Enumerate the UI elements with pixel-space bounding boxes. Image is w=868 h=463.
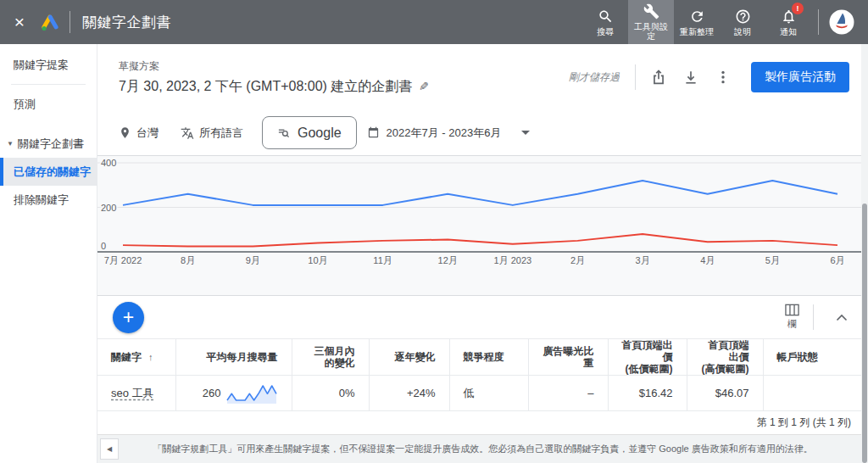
column-header-competition[interactable]: 競爭程度 bbox=[449, 339, 528, 376]
top-bid-high-cell: $46.07 bbox=[687, 376, 763, 411]
close-icon[interactable]: × bbox=[0, 0, 39, 44]
notifications-button-label: 通知 bbox=[780, 27, 797, 36]
refresh-button[interactable]: 重新整理 bbox=[674, 0, 720, 44]
table-row: seo 工具 260 0% +24% 低 – $16.42 $46.07 bbox=[97, 376, 861, 411]
tools-settings-label: 工具與設定 bbox=[634, 22, 668, 41]
column-header-ad-impression-share[interactable]: 廣告曝光比重 bbox=[528, 339, 608, 376]
columns-button[interactable]: 欄 bbox=[785, 304, 799, 331]
trend-chart: 02004007月 20228月9月10月11月12月1月 20232月3月4月… bbox=[97, 156, 861, 295]
chevron-down-icon bbox=[521, 131, 530, 135]
sidebar-item-negative-keywords[interactable]: 排除關鍵字 bbox=[0, 186, 97, 214]
toolbar-divider bbox=[813, 304, 814, 330]
refresh-button-label: 重新整理 bbox=[680, 27, 714, 36]
sidebar-item-keyword-plan[interactable]: ▼ 關鍵字企劃書 bbox=[0, 130, 97, 158]
sidebar-item-saved-keywords[interactable]: 已儲存的關鍵字 bbox=[0, 158, 97, 186]
columns-icon bbox=[785, 304, 799, 316]
search-button[interactable]: 搜尋 bbox=[582, 0, 628, 44]
sidebar-item-keyword-ideas[interactable]: 關鍵字提案 bbox=[0, 51, 97, 79]
share-button[interactable] bbox=[643, 61, 675, 93]
language-filter[interactable]: 所有語言 bbox=[181, 126, 243, 141]
y-axis-tick-label: 400 bbox=[101, 158, 116, 168]
date-range-label: 2022年7月 - 2023年6月 bbox=[387, 126, 502, 141]
disclaimer-text: 「關鍵字規劃工具」可用來產生關鍵字提案，但不保證提案一定能提升廣告成效。您必須為… bbox=[97, 443, 868, 455]
columns-button-label: 欄 bbox=[787, 318, 797, 331]
x-axis-tick-label: 10月 bbox=[308, 255, 327, 265]
x-axis-tick-label: 3月 bbox=[636, 255, 650, 265]
search-icon bbox=[598, 8, 614, 25]
column-header-account-status[interactable]: 帳戶狀態 bbox=[763, 339, 861, 376]
sidebar-gap bbox=[0, 118, 97, 130]
x-axis-tick-label: 11月 bbox=[373, 255, 392, 265]
table-header-row: 關鍵字↑ 平均每月搜尋量 三個月內的變化 逐年變化 競爭程度 廣告曝光比重 首頁… bbox=[97, 339, 861, 376]
sidebar-divider bbox=[11, 84, 86, 85]
footer: ◀ 「關鍵字規劃工具」可用來產生關鍵字提案，但不保證提案一定能提升廣告成效。您必… bbox=[97, 434, 868, 463]
filter-bar: 台灣 所有語言 Google 2022年7月 - 2023年6月 bbox=[97, 110, 868, 156]
plan-title: 7月 30, 2023, 2 下午 (GMT+08:00) 建立的企劃書 bbox=[119, 78, 412, 96]
download-button[interactable] bbox=[675, 61, 707, 93]
date-range-filter[interactable]: 2022年7月 - 2023年6月 bbox=[367, 126, 531, 141]
more-vertical-icon bbox=[715, 70, 731, 85]
header-divider bbox=[635, 64, 636, 90]
series-line-搜尋量 bbox=[123, 181, 837, 205]
notification-badge: ! bbox=[792, 3, 804, 14]
keywords-table: 關鍵字↑ 平均每月搜尋量 三個月內的變化 逐年變化 競爭程度 廣告曝光比重 首頁… bbox=[97, 338, 861, 411]
series-line-趨勢 bbox=[123, 234, 837, 246]
network-filter[interactable]: Google bbox=[262, 116, 357, 149]
x-axis-tick-label: 12月 bbox=[438, 255, 458, 265]
column-header-keyword[interactable]: 關鍵字↑ bbox=[97, 339, 175, 376]
tools-settings-button[interactable]: 工具與設定 bbox=[628, 0, 674, 44]
scrollbar-thumb[interactable] bbox=[862, 204, 867, 463]
edit-icon[interactable]: ✎ bbox=[419, 80, 429, 93]
column-header-yoy-change[interactable]: 逐年變化 bbox=[369, 339, 449, 376]
location-filter[interactable]: 台灣 bbox=[119, 126, 159, 141]
help-button[interactable]: 說明 bbox=[720, 0, 765, 44]
pagination-label: 第 1 到 1 列 (共 1 列) bbox=[97, 411, 868, 434]
x-axis-tick-label: 7月 2022 bbox=[104, 255, 142, 265]
search-network-icon bbox=[277, 126, 290, 139]
plan-info: 草擬方案 7月 30, 2023, 2 下午 (GMT+08:00) 建立的企劃… bbox=[119, 59, 429, 96]
google-ads-logo-icon bbox=[39, 11, 61, 33]
wrench-icon bbox=[643, 3, 659, 20]
back-arrow-icon: ◀ bbox=[107, 445, 112, 453]
keyword-link[interactable]: seo 工具 bbox=[111, 387, 154, 399]
collapse-table-button[interactable] bbox=[827, 303, 856, 332]
avatar[interactable] bbox=[829, 9, 854, 35]
avg-searches-cell: 260 bbox=[175, 376, 292, 411]
main-content: 草擬方案 7月 30, 2023, 2 下午 (GMT+08:00) 建立的企劃… bbox=[97, 44, 868, 463]
calendar-icon bbox=[367, 126, 380, 139]
topbar-divider bbox=[70, 11, 70, 33]
plan-header: 草擬方案 7月 30, 2023, 2 下午 (GMT+08:00) 建立的企劃… bbox=[97, 44, 868, 110]
notifications-button[interactable]: 通知 ! bbox=[765, 0, 811, 44]
page-title: 關鍵字企劃書 bbox=[82, 13, 171, 32]
ad-impression-share-cell: – bbox=[528, 376, 608, 411]
plan-type-label: 草擬方案 bbox=[119, 59, 429, 74]
sort-ascending-icon: ↑ bbox=[148, 352, 153, 362]
y-axis-tick-label: 0 bbox=[101, 241, 106, 251]
x-axis-tick-label: 1月 2023 bbox=[493, 255, 531, 265]
account-status-cell bbox=[763, 376, 861, 411]
chevron-up-icon bbox=[836, 314, 848, 321]
more-options-button[interactable] bbox=[707, 61, 739, 93]
column-header-top-bid-high[interactable]: 首頁頂端出價(高價範圍) bbox=[687, 339, 763, 376]
top-bid-low-cell: $16.42 bbox=[608, 376, 687, 411]
sidebar-item-forecasts[interactable]: 預測 bbox=[0, 90, 97, 118]
collapse-panel-button[interactable]: ◀ bbox=[100, 438, 119, 460]
help-button-label: 說明 bbox=[734, 27, 751, 36]
topbar-divider bbox=[818, 9, 819, 35]
add-keywords-button[interactable]: + bbox=[113, 302, 144, 333]
column-header-three-month-change[interactable]: 三個月內的變化 bbox=[292, 339, 369, 376]
column-header-top-bid-low[interactable]: 首頁頂端出價(低價範圍) bbox=[608, 339, 687, 376]
sidebar: 關鍵字提案 預測 ▼ 關鍵字企劃書 已儲存的關鍵字 排除關鍵字 bbox=[0, 44, 97, 463]
x-axis-tick-label: 2月 bbox=[570, 255, 585, 265]
x-axis-tick-label: 4月 bbox=[700, 255, 715, 265]
column-header-avg-monthly-searches[interactable]: 平均每月搜尋量 bbox=[175, 339, 292, 376]
create-campaign-button[interactable]: 製作廣告活動 bbox=[751, 62, 849, 92]
language-filter-label: 所有語言 bbox=[199, 126, 243, 141]
search-button-label: 搜尋 bbox=[597, 27, 614, 36]
vertical-scrollbar bbox=[861, 44, 868, 463]
sparkline-area bbox=[227, 386, 276, 404]
x-axis-tick-label: 8月 bbox=[181, 255, 195, 265]
yoy-change-cell: +24% bbox=[369, 376, 449, 411]
keywords-table-card: + 欄 關鍵字↑ bbox=[97, 296, 868, 434]
save-status: 剛才儲存過 bbox=[569, 70, 620, 85]
